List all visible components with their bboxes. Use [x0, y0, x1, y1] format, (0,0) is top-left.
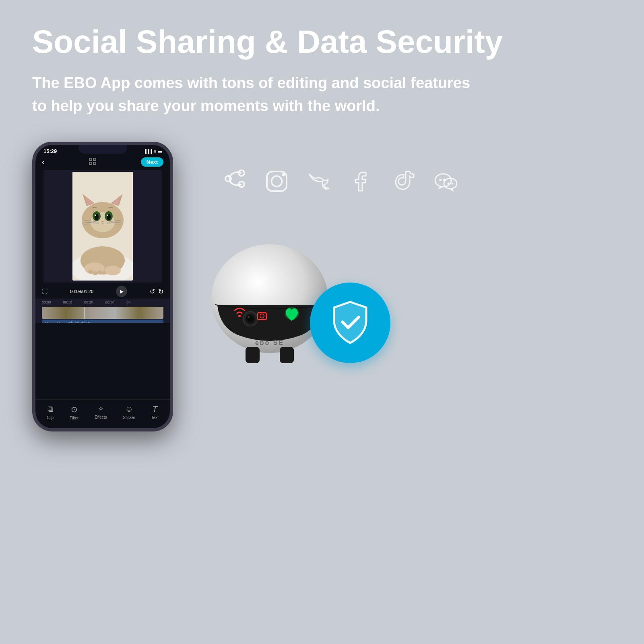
phone-mockup: 15:29 ▐▐▐ ⌾ ▬ ‹	[32, 142, 181, 431]
svg-point-63	[452, 182, 454, 184]
svg-rect-40	[77, 322, 78, 323]
effects-label: Effects	[95, 415, 107, 419]
shield-circle	[310, 283, 390, 363]
svg-point-62	[448, 182, 450, 184]
svg-rect-74	[246, 347, 260, 363]
svg-rect-50	[89, 322, 90, 323]
audio-waveform	[66, 321, 131, 323]
app-header: ‹ Next	[35, 156, 170, 170]
clip-icon: ⧉	[47, 405, 53, 414]
text-label: Text	[151, 415, 159, 420]
svg-rect-46	[85, 321, 85, 323]
status-time: 15:29	[43, 148, 57, 154]
video-preview	[43, 170, 162, 283]
svg-rect-1	[93, 158, 96, 161]
sticker-icon: ☺	[125, 405, 133, 414]
redo-icon[interactable]: ↻	[158, 288, 163, 295]
svg-point-70	[238, 315, 241, 317]
page-subtitle: The EBO App comes with tons of editing a…	[32, 72, 475, 118]
svg-rect-33	[69, 322, 70, 323]
right-side: ebo SE	[205, 142, 612, 359]
wifi-icon: ⌾	[154, 149, 156, 153]
content-area: 15:29 ▐▐▐ ⌾ ▬ ‹	[32, 142, 612, 431]
time-display: 00:09/01:20	[70, 289, 93, 294]
robot-area: ebo SE	[205, 230, 390, 359]
phone-outer: 15:29 ▐▐▐ ⌾ ▬ ‹	[32, 142, 173, 431]
share-icon	[221, 166, 248, 198]
phone-notch	[78, 145, 127, 154]
svg-rect-39	[76, 322, 77, 323]
svg-point-16	[95, 215, 96, 216]
cat-image-svg	[72, 172, 133, 281]
sticker-label: Sticker	[123, 415, 135, 420]
effects-icon: ✧	[98, 405, 104, 413]
wechat-icon	[433, 168, 459, 196]
tool-clip[interactable]: ⧉ Clip	[47, 405, 54, 420]
shield-icon	[328, 299, 372, 347]
tool-text[interactable]: T Text	[151, 405, 159, 420]
tool-filter[interactable]: ⊙ Filter	[70, 405, 78, 420]
svg-point-58	[435, 174, 451, 187]
back-button[interactable]: ‹	[42, 157, 45, 167]
fullscreen-icon: ⛶	[42, 288, 47, 295]
svg-point-27	[105, 266, 121, 275]
svg-rect-49	[88, 322, 89, 323]
play-button[interactable]: ▶	[116, 286, 127, 297]
svg-point-29	[93, 271, 98, 275]
svg-rect-36	[72, 322, 73, 323]
timeline-controls: ⛶ 00:09/01:20 ▶ ↺ ↻	[35, 283, 170, 299]
page-wrapper: Social Sharing & Data Security The EBO A…	[0, 0, 644, 644]
filter-label: Filter	[70, 416, 78, 420]
shield-badge	[310, 283, 390, 363]
svg-rect-0	[89, 158, 92, 161]
tool-effects[interactable]: ✧ Effects	[95, 405, 107, 420]
facebook-icon	[348, 168, 374, 196]
svg-point-68	[248, 316, 250, 318]
undo-icon[interactable]: ↺	[150, 288, 155, 295]
svg-point-56	[272, 176, 282, 186]
svg-point-28	[88, 270, 93, 274]
text-icon: T	[153, 405, 157, 414]
svg-rect-34	[70, 322, 71, 323]
phone-screen: 15:29 ▐▐▐ ⌾ ▬ ‹	[35, 145, 170, 428]
twitter-icon	[306, 168, 332, 196]
clip-label: Clip	[47, 415, 54, 420]
svg-rect-3	[93, 162, 96, 165]
video-clip-track[interactable]	[42, 307, 163, 319]
timeline-scrubber[interactable]: 00:00 00:10 00:20 00:30 00:	[35, 299, 170, 323]
svg-rect-45	[83, 322, 84, 323]
svg-rect-75	[280, 347, 294, 363]
svg-point-17	[107, 215, 108, 216]
svg-rect-32	[68, 322, 68, 323]
undo-redo: ↺ ↻	[150, 288, 163, 295]
svg-rect-47	[86, 322, 87, 323]
battery-icon: ▬	[158, 149, 162, 153]
page-title: Social Sharing & Data Security	[32, 24, 612, 60]
expand-icon	[89, 158, 96, 167]
social-icons-row	[221, 166, 459, 198]
svg-rect-38	[75, 322, 76, 323]
svg-point-69	[285, 307, 299, 320]
bottom-toolbar: ⧉ Clip ⊙ Filter ✧ Effects ☺	[35, 399, 170, 428]
music-label: Music	[45, 322, 55, 323]
svg-rect-35	[71, 321, 72, 323]
audio-track[interactable]: Music Music	[42, 320, 163, 323]
tiktok-icon	[390, 168, 417, 196]
svg-rect-43	[81, 322, 82, 323]
timeline-markers: 00:00 00:10 00:20 00:30 00:	[35, 299, 170, 306]
filter-icon: ⊙	[71, 405, 78, 414]
signal-icon: ▐▐▐	[144, 149, 152, 153]
tool-sticker[interactable]: ☺ Sticker	[123, 405, 135, 420]
svg-rect-2	[89, 162, 92, 165]
svg-point-59	[439, 179, 442, 181]
svg-rect-73	[260, 312, 263, 313]
svg-text:ebo SE: ebo SE	[255, 339, 284, 346]
svg-point-57	[282, 173, 285, 176]
svg-rect-41	[78, 321, 79, 323]
instagram-icon	[264, 168, 290, 196]
svg-rect-51	[91, 322, 91, 323]
svg-point-30	[97, 270, 102, 275]
clip-thumbnail	[42, 307, 163, 319]
status-icons: ▐▐▐ ⌾ ▬	[144, 149, 162, 153]
next-button[interactable]: Next	[141, 157, 163, 167]
